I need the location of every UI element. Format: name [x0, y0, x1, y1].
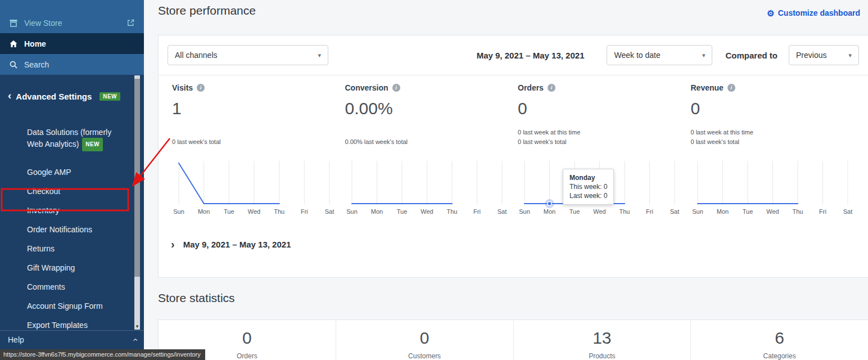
sidebar-scrollbar[interactable]: ▾ — [134, 75, 140, 330]
view-store-label: View Store — [24, 19, 62, 28]
sidebar-item-label: Google AMP — [27, 168, 71, 177]
sidebar-item-label: Order Notifications — [27, 225, 92, 234]
customize-dashboard-link[interactable]: ⚙ Customize dashboard — [767, 8, 860, 17]
settings-menu: Data Solutions (formerly Web Analytics)N… — [0, 102, 144, 335]
svg-text:Tue: Tue — [742, 208, 753, 215]
svg-text:Mon: Mon — [198, 208, 210, 215]
svg-text:Tue: Tue — [224, 208, 234, 215]
svg-text:Fri: Fri — [301, 208, 308, 215]
sidebar-item-returns[interactable]: Returns — [0, 239, 144, 258]
stat-label: Products — [589, 352, 615, 360]
svg-text:Wed: Wed — [594, 208, 606, 215]
stat-card-products[interactable]: 13 Products — [513, 320, 691, 360]
sidebar-item-gift-wrapping[interactable]: Gift Wrapping — [0, 258, 144, 277]
storefront-icon — [9, 19, 18, 28]
metric-note: 0.00% last week's total — [345, 138, 509, 145]
svg-text:Sun: Sun — [173, 208, 184, 215]
metric-orders: Ordersi 0 0 last week at this time0 last… — [513, 83, 686, 145]
metric-note: 0 last week's total — [518, 138, 682, 145]
new-badge: NEW — [82, 138, 103, 151]
stat-value: 6 — [775, 328, 784, 348]
svg-text:Mon: Mon — [716, 208, 728, 215]
sidebar-item-checkout[interactable]: Checkout — [0, 182, 144, 201]
sidebar-item-comments[interactable]: Comments — [0, 277, 144, 296]
new-badge: NEW — [100, 92, 120, 101]
channel-select-value: All channels — [175, 51, 218, 60]
chevron-down-icon: ▾ — [702, 52, 706, 59]
channel-select[interactable]: All channels ▾ — [168, 45, 328, 65]
svg-text:Sat: Sat — [498, 208, 507, 215]
metric-revenue: Revenuei 0 0 last week at this time0 las… — [686, 83, 860, 145]
stat-label: Categories — [763, 352, 796, 360]
stat-label: Orders — [237, 352, 257, 360]
tooltip-line: This week: 0 — [569, 183, 607, 191]
home-label: Home — [24, 39, 46, 48]
compared-to-label: Compared to — [725, 51, 777, 60]
sidebar-item-label: Checkout — [27, 187, 60, 196]
svg-text:Wed: Wed — [421, 208, 433, 215]
metric-conversion: Conversioni 0.00% 0.00% last week's tota… — [341, 83, 514, 145]
metric-value: 1 — [172, 99, 336, 118]
sidebar-item-search[interactable]: Search — [0, 54, 144, 75]
conversion-sparkline-chart[interactable]: SunMonTueWedThuFriSat — [341, 159, 513, 217]
status-url-tooltip: https://store-3ffvn6s7f5.mybigcommerce.c… — [0, 349, 205, 360]
chevron-down-icon: ▾ — [848, 52, 852, 59]
sidebar-item-label: Account Signup Form — [27, 302, 103, 310]
svg-text:Tue: Tue — [569, 208, 580, 215]
metric-note: 0 last week's total — [172, 138, 336, 145]
help-label: Help — [8, 335, 24, 344]
sidebar-item-inventory[interactable]: Inventory — [0, 201, 144, 220]
scroll-down-arrow-icon[interactable]: ▾ — [134, 323, 140, 330]
stat-card-customers[interactable]: 0 Customers — [336, 320, 513, 360]
sidebar-item-google-amp[interactable]: Google AMP — [0, 163, 144, 182]
date-range-expander[interactable]: › May 9, 2021 – May 13, 2021 — [159, 217, 868, 250]
revenue-sparkline-chart[interactable]: SunMonTueWedThuFriSat — [686, 159, 859, 217]
sidebar-item-home[interactable]: Home — [0, 33, 144, 54]
date-range-label: May 9, 2021 – May 13, 2021 — [477, 51, 596, 60]
svg-text:Sat: Sat — [325, 208, 334, 215]
compare-select[interactable]: Previous ▾ — [789, 45, 859, 65]
scrollbar-thumb[interactable] — [134, 79, 140, 277]
sidebar-item-account-signup-form[interactable]: Account Signup Form — [0, 296, 144, 316]
svg-text:Sat: Sat — [843, 208, 852, 215]
gear-icon: ⚙ — [767, 9, 774, 17]
chevron-down-icon: ▾ — [318, 52, 321, 59]
metric-note: 0 last week at this time — [518, 129, 682, 136]
svg-text:Thu: Thu — [274, 208, 284, 215]
sidebar-item-data-solutions[interactable]: Data Solutions (formerly Web Analytics)N… — [0, 122, 144, 156]
stat-value: 0 — [242, 328, 252, 348]
period-select[interactable]: Week to date ▾ — [607, 45, 712, 65]
customize-dashboard-label: Customize dashboard — [778, 8, 860, 17]
sidebar-item-view-store[interactable]: View Store — [0, 12, 144, 33]
sparkline-charts-row: SunMonTueWedThuFriSat SunMonTueWedThuFri… — [159, 152, 868, 217]
help-section[interactable]: Help › — [0, 330, 144, 348]
svg-text:Thu: Thu — [620, 208, 630, 215]
metric-note: 0 last week's total — [691, 138, 855, 145]
stat-value: 0 — [420, 328, 430, 348]
sidebar-item-label: Export Templates — [27, 321, 88, 330]
sidebar-item-label: Returns — [27, 244, 55, 253]
search-label: Search — [24, 60, 49, 69]
info-icon[interactable]: i — [392, 84, 400, 92]
page-title: Store performance — [158, 4, 256, 17]
info-icon[interactable]: i — [197, 84, 205, 92]
tooltip-title: Monday — [569, 173, 607, 182]
metric-value: 0.00% — [345, 99, 509, 118]
svg-text:Wed: Wed — [766, 208, 779, 215]
sidebar-item-label: Gift Wrapping — [27, 263, 75, 272]
chevron-right-icon[interactable]: › — [171, 238, 175, 250]
info-icon[interactable]: i — [548, 84, 555, 92]
compare-select-value: Previous — [796, 51, 826, 60]
metric-name: Orders — [518, 83, 544, 92]
chart-hover-tooltip: Monday This week: 0 Last week: 0 — [563, 169, 614, 205]
sidebar-item-order-notifications[interactable]: Order Notifications — [0, 220, 144, 239]
chevron-up-icon[interactable]: › — [129, 338, 139, 341]
svg-text:Sun: Sun — [692, 208, 703, 215]
sidebar-back-advanced-settings[interactable]: ‹ Advanced Settings NEW — [0, 75, 144, 102]
info-icon[interactable]: i — [727, 84, 735, 92]
stat-card-categories[interactable]: 6 Categories — [690, 320, 868, 360]
external-link-icon[interactable] — [126, 19, 135, 27]
visits-sparkline-chart[interactable]: SunMonTueWedThuFriSat — [168, 159, 341, 217]
section-label: Advanced Settings — [16, 92, 92, 101]
search-icon — [9, 60, 18, 69]
